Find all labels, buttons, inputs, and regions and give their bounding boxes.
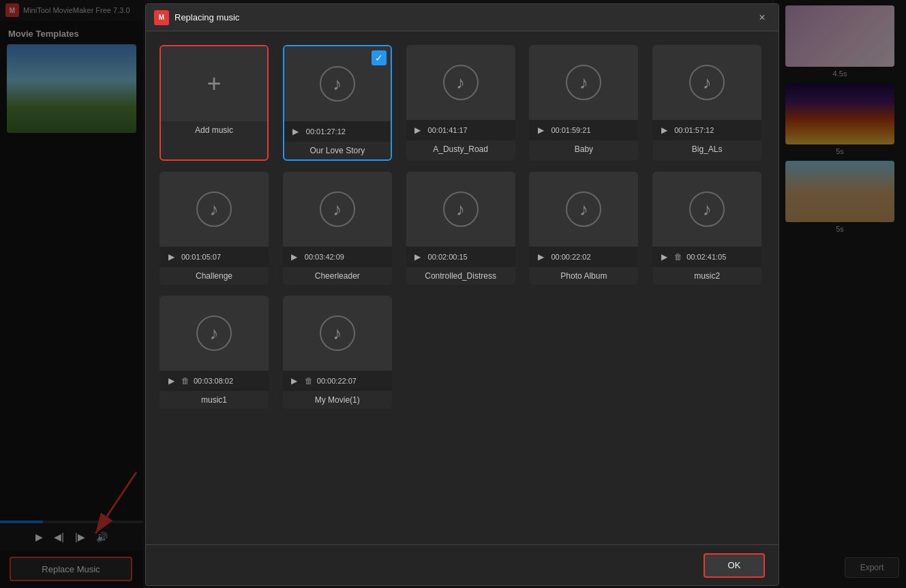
music-info-3: ▶ 00:01:57:12 [652, 120, 761, 140]
music-thumb-2: ♪ [529, 45, 638, 120]
music-thumb-1: ♪ [406, 45, 515, 120]
music-item-7[interactable]: ♪ ▶ 00:00:22:02 Photo Album [529, 172, 638, 285]
music-duration-2: 00:01:59:21 [551, 126, 633, 134]
music-name-8: music2 [652, 267, 761, 285]
play-btn-6[interactable]: ▶ [412, 251, 424, 263]
add-plus-icon: + [207, 69, 221, 98]
trash-icon-9[interactable]: 🗑 [181, 376, 190, 386]
music-name-0: Our Love Story [284, 142, 391, 159]
music-note-icon-2: ♪ [566, 65, 601, 100]
music-name-2: Baby [529, 140, 638, 158]
music-name-9: music1 [160, 391, 269, 409]
add-music-thumb: + [161, 46, 267, 121]
music-duration-8: 00:02:41:05 [686, 253, 756, 261]
play-btn-1[interactable]: ▶ [412, 124, 424, 136]
music-item-1[interactable]: ♪ ▶ 00:01:41:17 A_Dusty_Road [406, 45, 515, 161]
music-item-3[interactable]: ♪ ▶ 00:01:57:12 Big_ALs [652, 45, 761, 161]
modal-logo: M [154, 10, 169, 25]
music-note-icon-5: ♪ [320, 191, 355, 227]
music-duration-4: 00:01:05:07 [181, 253, 263, 261]
music-duration-7: 00:00:22:02 [551, 253, 633, 261]
music-info-9: ▶ 🗑 00:03:08:02 [160, 371, 269, 391]
trash-icon-10[interactable]: 🗑 [305, 376, 313, 386]
music-duration-9: 00:03:08:02 [194, 377, 263, 385]
play-btn-5[interactable]: ▶ [288, 251, 301, 263]
music-info-5: ▶ 00:03:42:09 [283, 247, 392, 267]
music-thumb-6: ♪ [406, 172, 515, 247]
music-name-4: Challenge [160, 267, 269, 285]
ok-label: OK [728, 560, 741, 570]
music-item-5[interactable]: ♪ ▶ 00:03:42:09 Cheerleader [283, 172, 392, 285]
music-duration-3: 00:01:57:12 [674, 126, 756, 134]
music-duration-6: 00:02:00:15 [428, 253, 510, 261]
music-thumb-9: ♪ [160, 296, 269, 371]
music-item-10[interactable]: ♪ ▶ 🗑 00:00:22:07 My Movie(1) [283, 296, 392, 409]
ok-button[interactable]: OK [704, 553, 765, 578]
music-thumb-0: ♪ ✓ [284, 46, 391, 121]
music-item-4[interactable]: ♪ ▶ 00:01:05:07 Challenge [160, 172, 269, 285]
play-btn-10[interactable]: ▶ [288, 375, 301, 387]
replacing-music-modal: M Replacing music × + Add music ♪ ✓ ▶ [145, 3, 779, 586]
modal-title: Replacing music [175, 12, 749, 22]
music-duration-1: 00:01:41:17 [428, 126, 510, 134]
music-note-icon-9: ♪ [196, 315, 232, 351]
music-name-1: A_Dusty_Road [406, 140, 515, 158]
music-info-7: ▶ 00:00:22:02 [529, 247, 638, 267]
modal-titlebar: M Replacing music × [146, 4, 779, 31]
music-item-8[interactable]: ♪ ▶ 🗑 00:02:41:05 music2 [652, 172, 761, 285]
play-btn-7[interactable]: ▶ [534, 251, 547, 263]
music-thumb-8: ♪ [652, 172, 761, 247]
music-note-icon-3: ♪ [689, 65, 725, 100]
add-music-item[interactable]: + Add music [160, 45, 269, 161]
trash-icon-8[interactable]: 🗑 [674, 252, 682, 262]
music-item-2[interactable]: ♪ ▶ 00:01:59:21 Baby [529, 45, 638, 161]
music-check-0: ✓ [372, 50, 387, 65]
modal-content: + Add music ♪ ✓ ▶ 00:01:27:12 Our Love S… [146, 31, 779, 544]
music-duration-5: 00:03:42:09 [305, 253, 387, 261]
music-note-icon-8: ♪ [689, 191, 725, 227]
music-grid: + Add music ♪ ✓ ▶ 00:01:27:12 Our Love S… [160, 45, 765, 409]
modal-close-button[interactable]: × [754, 10, 770, 26]
music-info-2: ▶ 00:01:59:21 [529, 120, 638, 140]
music-item-6[interactable]: ♪ ▶ 00:02:00:15 Controlled_Distress [406, 172, 515, 285]
play-btn-9[interactable]: ▶ [165, 375, 177, 387]
music-info-8: ▶ 🗑 00:02:41:05 [652, 247, 761, 267]
music-duration-10: 00:00:22:07 [317, 377, 387, 385]
play-btn-4[interactable]: ▶ [165, 251, 177, 263]
play-btn-0[interactable]: ▶ [290, 125, 302, 138]
music-note-icon-0: ♪ [320, 66, 355, 102]
music-note-icon-10: ♪ [320, 315, 355, 351]
music-info-4: ▶ 00:01:05:07 [160, 247, 269, 267]
play-btn-2[interactable]: ▶ [534, 124, 547, 136]
music-note-icon-1: ♪ [443, 65, 479, 100]
music-duration-0: 00:01:27:12 [306, 127, 385, 136]
music-note-icon-7: ♪ [566, 191, 601, 227]
music-name-3: Big_ALs [652, 140, 761, 158]
music-thumb-7: ♪ [529, 172, 638, 247]
music-thumb-3: ♪ [652, 45, 761, 120]
add-music-label: Add music [161, 121, 267, 139]
music-note-icon-4: ♪ [196, 191, 232, 227]
music-name-10: My Movie(1) [283, 391, 392, 409]
music-name-6: Controlled_Distress [406, 267, 515, 285]
music-info-10: ▶ 🗑 00:00:22:07 [283, 371, 392, 391]
play-btn-3[interactable]: ▶ [658, 124, 670, 136]
music-note-icon-6: ♪ [443, 191, 479, 227]
modal-footer: OK [146, 544, 779, 585]
music-info-0: ▶ 00:01:27:12 [284, 121, 391, 142]
music-item-9[interactable]: ♪ ▶ 🗑 00:03:08:02 music1 [160, 296, 269, 409]
music-info-6: ▶ 00:02:00:15 [406, 247, 515, 267]
music-name-7: Photo Album [529, 267, 638, 285]
music-thumb-5: ♪ [283, 172, 392, 247]
music-item-0[interactable]: ♪ ✓ ▶ 00:01:27:12 Our Love Story [283, 45, 392, 161]
play-btn-8[interactable]: ▶ [658, 251, 670, 263]
music-thumb-4: ♪ [160, 172, 269, 247]
music-name-5: Cheerleader [283, 267, 392, 285]
music-thumb-10: ♪ [283, 296, 392, 371]
music-info-1: ▶ 00:01:41:17 [406, 120, 515, 140]
